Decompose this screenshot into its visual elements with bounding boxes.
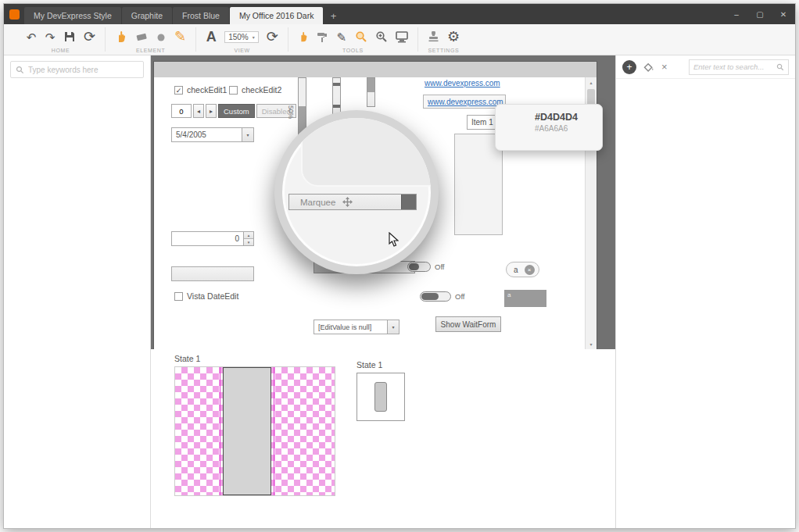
- toggle-switch-2[interactable]: Off: [420, 291, 465, 302]
- property-grid: [616, 79, 795, 528]
- marquee-block: [401, 195, 416, 209]
- window-tab-frost-blue[interactable]: Frost Blue: [173, 7, 229, 24]
- element-tree: [4, 81, 150, 528]
- ribbon-group-element: ✎ ELEMENT: [106, 24, 195, 55]
- hand-tool-icon[interactable]: [298, 31, 309, 42]
- spin-edit[interactable]: 0 ▴▾: [171, 231, 254, 246]
- gray-editor-box[interactable]: a: [504, 290, 546, 307]
- redo-icon[interactable]: ↷: [45, 31, 56, 43]
- move-cursor-icon: [342, 197, 353, 207]
- toggle-track[interactable]: [420, 291, 451, 302]
- editvalue-combo[interactable]: [EditValue is null] ▾: [314, 320, 400, 334]
- spin-down-icon[interactable]: ▾: [244, 238, 253, 245]
- state-panel2-title: State 1: [357, 360, 382, 370]
- ribbon-group-view: A 150%▾ ⟳ VIEW: [196, 24, 288, 55]
- spin-up-icon[interactable]: ▴: [244, 232, 253, 238]
- fill-drop-icon[interactable]: [156, 31, 167, 42]
- vista-dateedit-checkbox[interactable]: Vista DateEdit: [174, 291, 238, 301]
- sidebar-search-input[interactable]: [28, 66, 138, 74]
- chevron-down-icon[interactable]: ▾: [387, 320, 399, 334]
- properties-search[interactable]: [689, 59, 789, 75]
- checkbox-checked-icon[interactable]: ✓: [174, 86, 183, 95]
- margin-guides: [220, 367, 274, 495]
- spin-button-row: 0 ◂ ▸ Custom Disabled: [171, 104, 296, 118]
- ribbon-group-label: ELEMENT: [115, 48, 186, 54]
- font-icon[interactable]: A: [206, 30, 217, 44]
- search-icon: [776, 63, 784, 71]
- magnifier-loupe[interactable]: Marquee: [274, 110, 439, 274]
- toggle-label: Off: [455, 292, 465, 301]
- toggle-knob[interactable]: [409, 263, 419, 270]
- app-logo: [4, 4, 24, 24]
- window-tab-my-office-2016-dark[interactable]: My Office 2016 Dark: [230, 7, 324, 24]
- checkbox-box[interactable]: [229, 86, 238, 95]
- ribbon-group-label: HOME: [26, 48, 95, 54]
- window-tab-my-devexpress-style[interactable]: My DevExpress Style: [24, 7, 121, 24]
- ribbon-group-home: ↶ ↷ ⟳ HOME: [16, 24, 105, 55]
- texture-checkerboard[interactable]: [174, 366, 335, 496]
- window-tab-graphite[interactable]: Graphite: [122, 7, 172, 24]
- zoom-value: 150%: [228, 33, 249, 41]
- zoom-in-icon[interactable]: [375, 30, 388, 43]
- devexpress-hyperlink[interactable]: www.devexpress.com: [425, 79, 500, 87]
- brush-icon[interactable]: ✎: [174, 30, 186, 44]
- checkbox-checkedit1[interactable]: ✓checkEdit1: [174, 85, 227, 95]
- date-edit[interactable]: 5/4/2005 ▾: [171, 127, 254, 142]
- titlebar: My DevExpress StyleGraphiteFrost BlueMy …: [4, 4, 795, 24]
- maximize-button[interactable]: ▢: [748, 4, 772, 24]
- toggle-knob[interactable]: [421, 293, 439, 300]
- scroll-down-icon[interactable]: ▾: [586, 339, 597, 349]
- spin-edit-value: 0: [172, 232, 243, 245]
- hex-color-secondary: #A6A6A6: [535, 124, 602, 133]
- token-item[interactable]: a×: [506, 262, 539, 277]
- devexpress-hyperlink[interactable]: www.devexpress.com: [428, 98, 503, 106]
- magnifier-color-icon[interactable]: [355, 30, 367, 43]
- clear-icon[interactable]: ×: [661, 61, 668, 73]
- eraser-icon[interactable]: [135, 31, 148, 42]
- gear-icon[interactable]: ⚙: [447, 30, 460, 44]
- pen-tool-icon[interactable]: ✎: [336, 31, 347, 43]
- preview-canvas: ▴ ▾ ✓checkEdit1 checkEdit2 0 ◂ ▸ Custom …: [151, 55, 615, 349]
- show-waitform-button[interactable]: Show WaitForm: [435, 316, 501, 332]
- empty-editor-box[interactable]: [171, 266, 254, 281]
- center-column: ▴ ▾ ✓checkEdit1 checkEdit2 0 ◂ ▸ Custom …: [151, 55, 615, 528]
- scroll-up-icon[interactable]: ▴: [586, 77, 597, 87]
- add-tab-button[interactable]: +: [324, 7, 342, 24]
- token-remove-icon[interactable]: ×: [525, 265, 535, 275]
- paint-bucket-icon[interactable]: [643, 62, 654, 73]
- window-controls: – ▢ ✕: [725, 4, 795, 24]
- refresh-view-icon[interactable]: ⟳: [267, 30, 278, 44]
- test-form-monitor-icon[interactable]: [396, 31, 408, 43]
- background-texture-bar[interactable]: [223, 367, 271, 495]
- zoom-combo[interactable]: 150%▾: [224, 31, 259, 43]
- toggle-track[interactable]: [407, 262, 431, 272]
- search-icon: [16, 66, 24, 74]
- undo-icon[interactable]: ↶: [26, 31, 37, 43]
- checkbox-label: checkEdit1: [187, 85, 227, 95]
- main-area: ▴ ▾ ✓checkEdit1 checkEdit2 0 ◂ ▸ Custom …: [4, 55, 795, 528]
- spin-buttons[interactable]: ▴▾: [243, 232, 253, 245]
- stamp-icon[interactable]: [428, 31, 439, 43]
- hyperlink-edit[interactable]: www.devexpress.com: [423, 95, 506, 109]
- custom-button[interactable]: Custom: [218, 104, 255, 118]
- checkbox-box[interactable]: [174, 292, 183, 301]
- close-button[interactable]: ✕: [772, 4, 795, 24]
- minimize-button[interactable]: –: [725, 4, 748, 24]
- spin-value-box[interactable]: 0: [171, 104, 192, 118]
- checkbox-checkedit2[interactable]: checkEdit2: [229, 85, 281, 95]
- checkbox-label: checkEdit2: [242, 85, 281, 95]
- chevron-down-icon[interactable]: ▾: [242, 128, 253, 141]
- sidebar-search[interactable]: [10, 61, 144, 78]
- pick-element-hand-icon[interactable]: [115, 30, 127, 43]
- state-panel1-title: State 1: [174, 354, 200, 363]
- add-icon[interactable]: +: [622, 60, 636, 74]
- save-icon[interactable]: [63, 30, 76, 43]
- spin-left-button[interactable]: ◂: [193, 104, 204, 118]
- editvalue-text: [EditValue is null]: [314, 320, 387, 334]
- token-text: a: [514, 266, 518, 274]
- refresh-icon[interactable]: ⟳: [84, 30, 95, 44]
- properties-search-input[interactable]: [693, 62, 773, 71]
- paint-roller-icon[interactable]: [317, 31, 328, 43]
- spin-right-button[interactable]: ▸: [206, 104, 217, 118]
- toggle-switch-1[interactable]: Off: [407, 262, 445, 272]
